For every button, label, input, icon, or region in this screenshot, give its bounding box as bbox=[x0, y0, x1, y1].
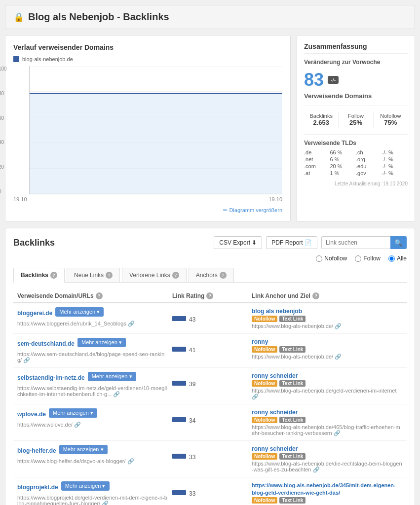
chart-footer: 19.10 19.10 bbox=[13, 196, 282, 202]
tag-nofollow-3: Nofollow bbox=[252, 380, 277, 387]
col-domain-label: Verweisende Domain/URLs bbox=[17, 292, 94, 299]
tag-textlink-6: Text Link bbox=[279, 497, 305, 504]
pdf-report-button[interactable]: PDF Report 📄 bbox=[266, 236, 317, 249]
filter-alle-text: Alle bbox=[397, 255, 407, 262]
domain-url-2: https://www.sem-deutschland.de/blog/page… bbox=[17, 351, 168, 363]
summary-panel: Zusammenfassung Veränderung zur Vorwoche… bbox=[297, 35, 415, 222]
domain-link-4[interactable]: wplove.de bbox=[17, 411, 46, 418]
domain-col-2: sem-deutschland.de Mehr anzeigen ▾ https… bbox=[17, 338, 168, 363]
filter-follow-label[interactable]: Follow bbox=[355, 255, 381, 262]
tlds-section: Verweisende TLDs .de 66 % .ch -/- % .net… bbox=[304, 134, 408, 176]
domain-col-3: selbstaendig-im-netz.de Mehr anzeigen ▾ … bbox=[17, 372, 168, 397]
tab-verlorene-links-help[interactable]: ? bbox=[172, 272, 179, 279]
col-anchor-label: Link Anchor und Ziel bbox=[252, 292, 310, 299]
anchor-link-6[interactable]: https://www.blog-als-nebenjob.de/345/mit… bbox=[252, 482, 396, 496]
filter-alle-radio[interactable] bbox=[388, 255, 395, 262]
chart-enlarge[interactable]: ✏ Diagramm vergrößern bbox=[13, 206, 282, 214]
tld-ch-val: -/- % bbox=[382, 149, 408, 155]
backlinks-actions: CSV Export ⬇ PDF Report 📄 🔍 bbox=[214, 236, 407, 249]
table-header: Verweisende Domain/URLs ? Link Rating ? … bbox=[13, 289, 407, 303]
domain-link-2[interactable]: sem-deutschland.de bbox=[17, 340, 75, 347]
tag-textlink-4: Text Link bbox=[279, 417, 305, 423]
change-row: 83 -/- bbox=[304, 70, 408, 90]
chart-title: Verlauf verweisender Domains bbox=[13, 43, 282, 51]
anchor-tags-4: Nofollow Text Link bbox=[252, 417, 403, 423]
mehr-button-3[interactable]: Mehr anzeigen ▾ bbox=[88, 372, 136, 381]
anchor-url-5: https://www.blog-als-nebenjob.de/die-rec… bbox=[252, 461, 403, 473]
tab-neue-links[interactable]: Neue Links ? bbox=[67, 268, 120, 282]
filter-nofollow-text: Nofollow bbox=[324, 255, 347, 262]
rating-col-6: 33 bbox=[172, 481, 248, 497]
domain-col-1: bloggerei.de Mehr anzeigen ▾ https://www… bbox=[17, 307, 168, 327]
filter-nofollow-label[interactable]: Nofollow bbox=[316, 255, 347, 262]
rating-bar-4 bbox=[172, 417, 186, 422]
rating-num-5: 33 bbox=[189, 454, 195, 461]
tab-backlinks-help[interactable]: ? bbox=[50, 272, 57, 279]
tab-neue-links-help[interactable]: ? bbox=[106, 272, 113, 279]
stats-row: Backlinks 2.653 Follow 25% Nofollow 75% bbox=[304, 106, 408, 128]
tag-nofollow-6: Nofollow bbox=[252, 497, 277, 504]
tab-anchors-help[interactable]: ? bbox=[220, 272, 227, 279]
col-rating-label: Link Rating bbox=[172, 292, 204, 299]
chart-area bbox=[29, 66, 282, 194]
anchor-tags-2: Nofollow Text Link bbox=[252, 346, 403, 353]
anchor-link-3[interactable]: ronny schneider bbox=[252, 372, 298, 379]
mehr-button-4[interactable]: Mehr anzeigen ▾ bbox=[49, 408, 97, 418]
tag-textlink-5: Text Link bbox=[279, 453, 305, 460]
anchor-link-4[interactable]: ronny schneider bbox=[252, 409, 298, 416]
tag-nofollow-4: Nofollow bbox=[252, 417, 277, 423]
tab-backlinks-label: Backlinks bbox=[21, 272, 48, 279]
enlarge-link[interactable]: ✏ Diagramm vergrößern bbox=[223, 207, 282, 213]
mehr-button-6[interactable]: Mehr anzeigen ▾ bbox=[61, 481, 110, 491]
stat-backlinks-value: 2.653 bbox=[304, 119, 338, 126]
anchor-tags-5: Nofollow Text Link bbox=[252, 453, 403, 460]
tld-com: .com bbox=[304, 163, 330, 169]
col-rating-help[interactable]: ? bbox=[206, 292, 213, 299]
tld-com-val: 20 % bbox=[330, 163, 356, 169]
anchor-link-5[interactable]: ronny schneider bbox=[252, 445, 298, 452]
tab-backlinks[interactable]: Backlinks ? bbox=[13, 268, 65, 283]
csv-export-button[interactable]: CSV Export ⬇ bbox=[214, 236, 262, 249]
anchor-col-3: ronny schneider Nofollow Text Link https… bbox=[252, 372, 403, 400]
rating-col-4: 34 bbox=[172, 408, 248, 424]
svg-marker-6 bbox=[30, 94, 282, 194]
anchor-link-1[interactable]: blog als nebenjob bbox=[252, 308, 302, 315]
anchor-link-2[interactable]: ronny bbox=[252, 338, 268, 345]
tag-nofollow-5: Nofollow bbox=[252, 453, 277, 460]
filter-follow-radio[interactable] bbox=[355, 255, 361, 262]
table-row: bloggerei.de Mehr anzeigen ▾ https://www… bbox=[13, 303, 407, 334]
stat-nofollow: Nofollow 75% bbox=[374, 111, 408, 128]
search-wrapper: 🔍 bbox=[321, 236, 407, 249]
table-row: wplove.de Mehr anzeigen ▾ https://www.wp… bbox=[13, 404, 407, 441]
tag-textlink-3: Text Link bbox=[279, 380, 305, 387]
filter-alle-label[interactable]: Alle bbox=[388, 255, 407, 262]
domain-link-3[interactable]: selbstaendig-im-netz.de bbox=[17, 374, 85, 381]
mehr-button-2[interactable]: Mehr anzeigen ▾ bbox=[77, 338, 126, 347]
tld-edu-val: -/- % bbox=[382, 163, 408, 169]
rating-bar-3 bbox=[172, 381, 186, 386]
anchor-url-4: https://www.blog-als-nebenjob.de/465/blo… bbox=[252, 424, 403, 436]
legend-dot bbox=[13, 56, 19, 62]
domain-url-5: https://www.blog-helfer.de/dsgvo-als-blo… bbox=[17, 458, 168, 465]
domain-link-6[interactable]: blogprojekt.de bbox=[17, 484, 58, 491]
mehr-button-5[interactable]: Mehr anzeigen ▾ bbox=[59, 445, 108, 454]
search-input[interactable] bbox=[321, 236, 390, 249]
tld-ch: .ch bbox=[356, 149, 382, 155]
col-anchor-header: Link Anchor und Ziel ? bbox=[252, 292, 403, 299]
rating-col-1: 43 bbox=[172, 307, 248, 323]
tab-anchors[interactable]: Anchors ? bbox=[189, 268, 234, 282]
col-domain-help[interactable]: ? bbox=[96, 292, 103, 299]
anchor-col-6: https://www.blog-als-nebenjob.de/345/mit… bbox=[252, 481, 403, 505]
filter-nofollow-radio[interactable] bbox=[316, 255, 322, 262]
col-anchor-help[interactable]: ? bbox=[312, 292, 319, 299]
mehr-button-1[interactable]: Mehr anzeigen ▾ bbox=[55, 307, 104, 317]
search-button[interactable]: 🔍 bbox=[390, 236, 407, 249]
domain-link-1[interactable]: bloggerei.de bbox=[17, 310, 52, 317]
anchor-url-2: https://www.blog-als-nebenjob.de/ 🔗 bbox=[252, 354, 403, 360]
domain-link-5[interactable]: blog-helfer.de bbox=[17, 447, 56, 454]
rating-col-5: 33 bbox=[172, 445, 248, 461]
tld-gov: .gov bbox=[356, 170, 382, 176]
tab-verlorene-links[interactable]: Verlorene Links ? bbox=[122, 268, 187, 282]
rating-bar-6 bbox=[172, 490, 186, 495]
stat-backlinks: Backlinks 2.653 bbox=[304, 111, 339, 128]
